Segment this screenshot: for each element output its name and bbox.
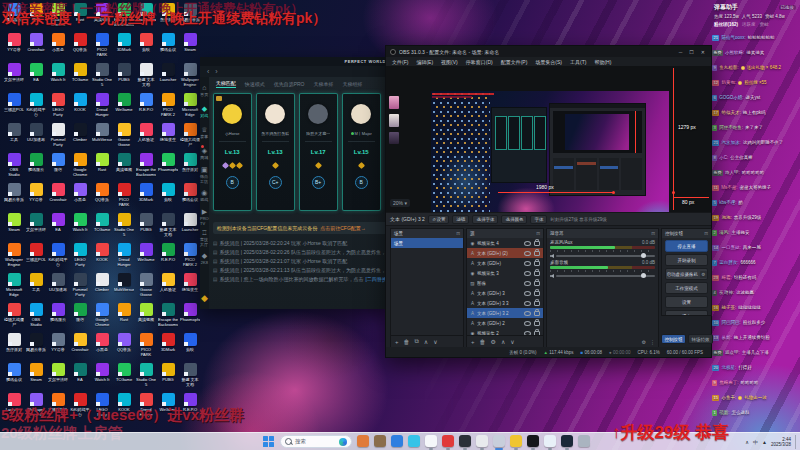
desktop-icon[interactable]: 高清视频 bbox=[114, 153, 134, 177]
source-toolbar-button[interactable]: 选择颜色 bbox=[501, 215, 527, 224]
desktop-icon[interactable]: Google Chrome bbox=[92, 303, 112, 327]
desktop-icon[interactable]: Launcher bbox=[158, 63, 178, 87]
desktop-icon[interactable]: Crosshair bbox=[70, 333, 90, 357]
desktop-icon[interactable]: 绝地求生 bbox=[180, 273, 200, 297]
desktop-icon[interactable]: 剪映 bbox=[158, 183, 178, 207]
slider-knob[interactable] bbox=[641, 273, 646, 278]
desktop-icon[interactable]: 工具 bbox=[4, 123, 24, 147]
menu-item[interactable]: 配置文件(P) bbox=[501, 59, 528, 65]
lock-icon[interactable] bbox=[534, 291, 540, 296]
taskbar-app-netease-music[interactable] bbox=[442, 435, 454, 450]
desktop-icon[interactable]: 绝地求生 bbox=[158, 123, 178, 147]
source-toolbar-button[interactable]: 字体 bbox=[530, 215, 547, 224]
taskbar-app-network-tool[interactable] bbox=[578, 435, 590, 450]
player-card[interactable]: 险胜天才扁一Lv.17B+ bbox=[299, 93, 338, 211]
desktop-icon[interactable]: Microsoft Edge bbox=[4, 273, 24, 297]
desktop-icon[interactable]: 艾尔登法环 bbox=[26, 213, 46, 237]
desktop-icon[interactable]: QQ音乐 bbox=[114, 333, 134, 357]
source-toolbar-button[interactable]: 滤镜 bbox=[452, 215, 469, 224]
desktop-icon[interactable]: 小黑盒 bbox=[48, 33, 68, 57]
source-toolbar-button[interactable]: 选择字体 bbox=[472, 215, 498, 224]
slider-track[interactable] bbox=[556, 275, 655, 277]
visibility-eye-icon[interactable] bbox=[524, 301, 531, 306]
scene-item[interactable]: 场景 bbox=[391, 238, 463, 248]
visibility-eye-icon[interactable] bbox=[524, 261, 531, 266]
source-item[interactable]: ◉视频采集 2 bbox=[467, 328, 543, 335]
taskbar-app-steam[interactable] bbox=[561, 435, 573, 450]
desktop-icon[interactable]: Goose Goose Duck bbox=[114, 123, 134, 147]
vip-diamond-icon[interactable]: ◆ bbox=[201, 293, 208, 303]
desktop-icon[interactable]: Steam bbox=[180, 33, 200, 57]
visibility-eye-icon[interactable] bbox=[524, 331, 531, 336]
source-toolbar-button[interactable]: ⚙设置 bbox=[428, 215, 450, 224]
nav-back-button[interactable]: ‹ bbox=[207, 68, 209, 75]
dock-chip-controls[interactable]: 控制按钮 bbox=[661, 334, 686, 344]
source-item[interactable]: A文本 (GDI+) 3 3 bbox=[467, 298, 543, 308]
source-item[interactable]: ◉视频采集 4 bbox=[467, 238, 543, 248]
desktop-icon[interactable]: 植物大战僵尸 bbox=[4, 303, 24, 327]
desktop-icon[interactable]: 蛋仔派对 bbox=[180, 153, 200, 177]
visibility-eye-icon[interactable] bbox=[524, 321, 531, 326]
control-button-启动虚拟摄像机[interactable]: 启动虚拟摄像机⚙ bbox=[665, 268, 708, 280]
desktop-icon[interactable]: Studio One 5 bbox=[92, 63, 112, 87]
taskbar-search[interactable]: 搜索 bbox=[280, 435, 352, 448]
desktop-icon[interactable]: Wallpaper Engine bbox=[4, 243, 24, 267]
source-item[interactable]: ▨图像 bbox=[467, 278, 543, 288]
desktop-icon[interactable]: TCGame bbox=[92, 213, 112, 237]
desktop-icon[interactable]: Pummel Party bbox=[70, 273, 90, 297]
desktop-icon[interactable]: Phasmophobia bbox=[158, 153, 178, 177]
visibility-eye-icon[interactable] bbox=[524, 271, 531, 276]
desktop-icon[interactable]: Climber bbox=[92, 273, 112, 297]
desktop-icon[interactable]: PICO PARK 2 bbox=[158, 93, 178, 117]
chat-tab[interactable]: 活跃度 bbox=[742, 22, 756, 27]
launcher-titlebar[interactable]: PERFECT WORLD bbox=[200, 57, 390, 66]
menu-item[interactable]: 帮助(H) bbox=[594, 59, 611, 65]
lock-icon[interactable] bbox=[534, 311, 540, 316]
ime-indicator[interactable]: 中 bbox=[753, 439, 758, 445]
show-desktop-button[interactable] bbox=[795, 435, 798, 449]
desktop-icon[interactable]: PUBG bbox=[136, 213, 156, 237]
desktop-icon[interactable]: KiKi对战平台 bbox=[26, 93, 46, 117]
sidebar-item-PRO TV[interactable]: ▶PRO TV bbox=[200, 206, 209, 227]
menu-item[interactable]: 场景集合(S) bbox=[535, 59, 562, 65]
sidebar-item-商城[interactable]: ◈商城 bbox=[200, 143, 209, 164]
desktop-icon[interactable]: Google Chrome bbox=[70, 153, 90, 177]
desktop-icon[interactable]: R.E.P.O bbox=[158, 243, 178, 267]
lock-icon[interactable] bbox=[534, 331, 540, 336]
mode-tab[interactable]: 天梯匹配 bbox=[216, 80, 236, 88]
taskbar-app-contacts[interactable] bbox=[357, 435, 369, 450]
panel-pin-icon[interactable]: ⊡ bbox=[456, 231, 460, 236]
desktop-icon[interactable]: Rust bbox=[114, 303, 134, 327]
desktop-icon[interactable]: 小黑盒 bbox=[92, 333, 112, 357]
scene-down-button[interactable]: ∨ bbox=[433, 338, 437, 345]
desktop-icon[interactable]: LEGO Party bbox=[70, 243, 90, 267]
desktop-icon[interactable]: 剪映 bbox=[136, 33, 156, 57]
control-button-工作室模式[interactable]: 工作室模式 bbox=[665, 282, 708, 294]
desktop-icon[interactable]: Watch It bbox=[92, 363, 112, 387]
source-up-button[interactable]: ∧ bbox=[501, 338, 505, 345]
scene-up-button[interactable]: ∧ bbox=[424, 338, 428, 345]
virtual-cam-settings-icon[interactable]: ⚙ bbox=[700, 271, 707, 278]
desktop-icon[interactable]: 蛋仔派对 bbox=[4, 333, 24, 357]
desktop-icon[interactable]: Dread Hunger bbox=[92, 93, 112, 117]
taskbar-app-files[interactable] bbox=[374, 435, 386, 450]
source-down-button[interactable]: ∨ bbox=[510, 338, 514, 345]
desktop-icon[interactable]: Escape the Backrooms bbox=[158, 303, 178, 327]
mode-tab[interactable]: 天梯组排 bbox=[343, 81, 363, 87]
chat-tab[interactable]: 贡献 bbox=[760, 22, 769, 27]
visibility-eye-icon[interactable] bbox=[524, 251, 531, 256]
panel-pin-icon[interactable]: ⊡ bbox=[536, 231, 540, 236]
desktop-icon[interactable]: MultiVersus bbox=[92, 123, 112, 147]
menu-item[interactable]: 文件(F) bbox=[392, 59, 408, 65]
desktop-icon[interactable]: 网易云音乐 bbox=[4, 183, 24, 207]
visibility-eye-icon[interactable] bbox=[524, 241, 531, 246]
desktop-icon[interactable]: 网易云音乐 bbox=[26, 333, 46, 357]
menu-item[interactable]: 编辑(E) bbox=[416, 59, 433, 65]
desktop-icon[interactable]: 三國志POL bbox=[4, 93, 24, 117]
desktop-icon[interactable]: WeGame bbox=[114, 93, 134, 117]
visibility-eye-icon[interactable] bbox=[524, 291, 531, 296]
desktop-icon[interactable]: Escape the Backrooms bbox=[136, 153, 156, 177]
desktop-icon[interactable]: OBS Studio bbox=[26, 303, 46, 327]
start-button[interactable] bbox=[262, 435, 275, 448]
preview-zoom-indicator[interactable]: 20% ▾ bbox=[390, 199, 410, 207]
